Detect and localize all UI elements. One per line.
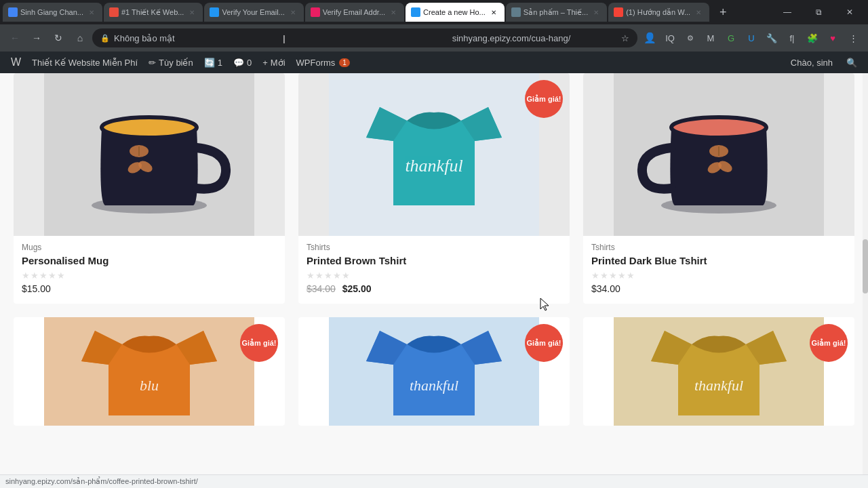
back-button[interactable]: ←: [5, 28, 24, 47]
product-card-mug[interactable]: Mugs Personalised Mug ★ ★ ★ ★ ★ $15.00: [14, 73, 285, 304]
bookmark-icon[interactable]: ☆: [621, 33, 629, 43]
product-grid: Mugs Personalised Mug ★ ★ ★ ★ ★ $15.00 G…: [0, 73, 868, 426]
wp-new-label: Mới: [271, 58, 285, 68]
tab-4-favicon: [311, 7, 320, 17]
product-name-mug2[interactable]: Printed Dark Blue Tshirt: [591, 255, 846, 266]
product-name-tshirt-teal[interactable]: Printed Brown Tshirt: [307, 255, 561, 266]
product-row-2: Giảm giá! blu Giảm giá!: [14, 317, 854, 426]
extension-7[interactable]: f|: [783, 28, 802, 47]
tab-2-close[interactable]: ✕: [186, 7, 197, 18]
wp-search-button[interactable]: 🔍: [841, 52, 863, 73]
security-label: Không bảo mật: [114, 33, 279, 43]
price-original-tshirt-teal: $34.00: [307, 283, 336, 294]
status-bar: sinhyang.epizy.com/sản-phẩm/coffee-print…: [0, 474, 868, 488]
product-price-mug: $15.00: [22, 283, 277, 294]
new-tab-button[interactable]: +: [713, 3, 732, 22]
wp-new[interactable]: + Mới: [257, 52, 290, 73]
wp-logo-item[interactable]: W: [5, 52, 26, 73]
tab-1[interactable]: Sinh Giang Chan... ✕: [3, 3, 102, 22]
product-card-orange[interactable]: Giảm giá! blu: [14, 317, 285, 426]
star-1: ★: [591, 270, 599, 281]
star-3: ★: [39, 270, 47, 281]
tab-6-favicon: [511, 7, 521, 17]
home-button[interactable]: ⌂: [71, 28, 90, 47]
close-button[interactable]: ✕: [834, 0, 865, 24]
tab-6[interactable]: Sản phẩm – Thiế... ✕: [506, 3, 607, 22]
product-name-mug[interactable]: Personalised Mug: [22, 255, 277, 266]
product-category-mug2: Tshirts: [591, 243, 846, 252]
tab-6-close[interactable]: ✕: [591, 7, 601, 18]
sale-badge-tshirt-teal: Giảm giá!: [525, 80, 563, 118]
product-info-mug: Mugs Personalised Mug ★ ★ ★ ★ ★ $15.00: [14, 236, 285, 304]
extension-3[interactable]: M: [701, 28, 720, 47]
product-card-tshirt-teal[interactable]: Giảm giá! thankful: [298, 73, 570, 304]
sale-badge-yellow: Giảm giá!: [810, 324, 848, 362]
tab-3-close[interactable]: ✕: [288, 7, 298, 18]
wp-customize[interactable]: ✏ Tùy biến: [143, 52, 199, 73]
product-stars-mug2: ★ ★ ★ ★ ★: [591, 270, 846, 281]
extension-4[interactable]: G: [722, 28, 741, 47]
tab-4[interactable]: Verify Email Addr... ✕: [305, 3, 404, 22]
lock-icon: 🔒: [100, 34, 110, 43]
product-card-mug2[interactable]: Tshirts Printed Dark Blue Tshirt ★ ★ ★ ★…: [583, 73, 854, 304]
product-category-mug: Mugs: [22, 243, 277, 252]
profile-icon[interactable]: 👤: [640, 28, 659, 47]
tab-7-close[interactable]: ✕: [693, 7, 704, 18]
tab-7-title: (1) Hướng dẫn W...: [626, 8, 690, 17]
tab-3-title: Verify Your Email...: [222, 8, 284, 16]
browser-menu[interactable]: ⋮: [844, 28, 863, 47]
tab-4-close[interactable]: ✕: [388, 7, 399, 18]
reload-button[interactable]: ↻: [49, 28, 68, 47]
extension-puzzle[interactable]: 🧩: [803, 28, 822, 47]
product-image-blue-container: Giảm giá! thankful: [298, 317, 570, 426]
tab-5-active[interactable]: Create a new Ho... ✕: [406, 3, 505, 22]
address-field[interactable]: 🔒 Không bảo mật | sinhyang.epizy.com/cua…: [92, 28, 637, 47]
star-1: ★: [22, 270, 30, 281]
product-stars-tshirt-teal: ★ ★ ★ ★ ★: [307, 270, 561, 281]
product-card-yellow[interactable]: Giảm giá! thankful: [583, 317, 854, 426]
price-sale-tshirt-teal: $25.00: [342, 283, 372, 294]
product-card-blue[interactable]: Giảm giá! thankful: [298, 317, 570, 426]
star-2: ★: [600, 270, 608, 281]
window-controls: — ⧉ ✕: [772, 0, 865, 24]
tab-1-title: Sinh Giang Chan...: [20, 8, 83, 16]
extension-5[interactable]: U: [742, 28, 761, 47]
tab-5-favicon: [411, 7, 420, 17]
star-2: ★: [315, 270, 323, 281]
pencil-icon: ✏: [149, 58, 156, 68]
wp-hello-text: Chào, sinh: [785, 58, 838, 68]
extension-heart[interactable]: ♥: [823, 28, 842, 47]
product-image-mug-container: [14, 73, 285, 236]
tab-7[interactable]: (1) Hướng dẫn W... ✕: [608, 3, 709, 22]
product-image-mug2-container: [583, 73, 854, 236]
scrollbar[interactable]: [863, 73, 868, 488]
scrollbar-thumb[interactable]: [863, 239, 868, 293]
tab-6-title: Sản phẩm – Thiế...: [524, 8, 588, 17]
main-content: Mugs Personalised Mug ★ ★ ★ ★ ★ $15.00 G…: [0, 73, 868, 488]
plus-icon: +: [262, 58, 268, 68]
wp-revisions[interactable]: 🔄 1: [199, 52, 228, 73]
browser-chrome: Sinh Giang Chan... ✕ #1 Thiết Kế Web... …: [0, 0, 868, 52]
tab-2-title: #1 Thiết Kế Web...: [121, 8, 184, 17]
maximize-button[interactable]: ⧉: [803, 0, 834, 24]
wp-customize-label: Tùy biến: [159, 58, 193, 68]
wpforms-badge: 1: [339, 58, 350, 67]
extension-6[interactable]: 🔧: [762, 28, 781, 47]
tab-2[interactable]: #1 Thiết Kế Web... ✕: [104, 3, 203, 22]
svg-text:thankful: thankful: [694, 377, 743, 394]
wp-comments[interactable]: 💬 0: [228, 52, 257, 73]
product-category-tshirt-teal: Tshirts: [307, 243, 561, 252]
extension-1[interactable]: IQ: [660, 28, 679, 47]
tab-4-title: Verify Email Addr...: [323, 8, 385, 16]
tab-1-close[interactable]: ✕: [86, 7, 97, 18]
tab-5-close[interactable]: ✕: [488, 7, 499, 18]
extension-2[interactable]: ⚙: [681, 28, 700, 47]
wp-site-name[interactable]: Thiết Kế Website Miễn Phí: [26, 52, 143, 73]
wp-wpforms[interactable]: WPForms 1: [291, 52, 355, 73]
minimize-button[interactable]: —: [772, 0, 803, 24]
product-info-tshirt-teal: Tshirts Printed Brown Tshirt ★ ★ ★ ★ ★ $…: [298, 236, 570, 304]
forward-button[interactable]: →: [27, 28, 46, 47]
svg-text:thankful: thankful: [410, 377, 458, 394]
star-5: ★: [627, 270, 635, 281]
tab-3[interactable]: Verify Your Email... ✕: [204, 3, 303, 22]
